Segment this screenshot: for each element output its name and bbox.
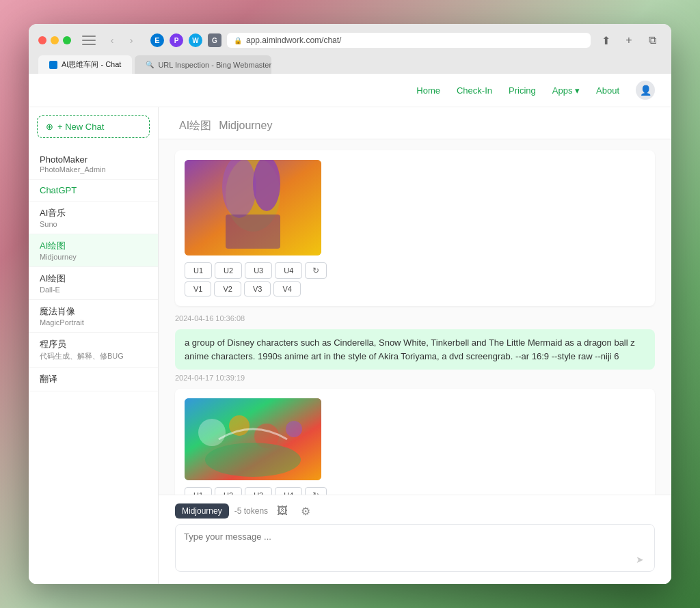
sidebar-item-title: AI绘图 bbox=[40, 240, 147, 252]
search-icon: 🔍 bbox=[146, 61, 154, 68]
u1-button[interactable]: U1 bbox=[185, 262, 212, 279]
sidebar-item-title: 翻译 bbox=[40, 373, 147, 385]
u2-button-2[interactable]: U2 bbox=[215, 487, 242, 495]
content-area: ⊕ + New Chat PhotoMaker PhotoMaker_Admin… bbox=[29, 107, 671, 584]
sidebar-item-music[interactable]: AI音乐 Suno bbox=[29, 202, 158, 234]
v1-button[interactable]: V1 bbox=[185, 281, 211, 296]
u3-button[interactable]: U3 bbox=[245, 262, 272, 279]
close-button[interactable] bbox=[38, 36, 46, 44]
address-bar[interactable]: 🔒 app.aimindwork.com/chat/ bbox=[227, 33, 591, 48]
refresh-button-1[interactable]: ↻ bbox=[305, 262, 327, 279]
sidebar-toggle[interactable] bbox=[82, 36, 96, 45]
sidebar-item-subtitle: PhotoMaker_Admin bbox=[40, 165, 147, 174]
extension-icon-2[interactable]: W bbox=[189, 33, 202, 47]
new-chat-button[interactable]: ⊕ + New Chat bbox=[37, 115, 150, 138]
sidebar-item-translate[interactable]: 翻译 bbox=[29, 368, 158, 391]
u2-button[interactable]: U2 bbox=[215, 262, 242, 279]
timestamp-2: 2024-04-17 10:39:19 bbox=[175, 374, 655, 382]
u4-button[interactable]: U4 bbox=[275, 262, 302, 279]
tab-1[interactable]: AI思维车间 - Chat bbox=[38, 55, 132, 74]
tab-2[interactable]: 🔍 URL Inspection - Bing Webmaster Tools bbox=[135, 55, 271, 74]
minimize-button[interactable] bbox=[51, 36, 59, 44]
u1-button-2[interactable]: U1 bbox=[185, 487, 212, 495]
v4-button[interactable]: V4 bbox=[273, 281, 300, 296]
message-input[interactable] bbox=[175, 524, 655, 572]
sidebar-item-title: AI绘图 bbox=[40, 273, 147, 285]
settings-button[interactable]: ⚙ bbox=[297, 502, 314, 520]
nav-home[interactable]: Home bbox=[416, 85, 440, 96]
model-badge[interactable]: Midjourney bbox=[175, 503, 229, 519]
chat-title: AI绘图 Midjourney bbox=[175, 118, 655, 133]
btn-row-u-1: U1 U2 U3 U4 ↻ bbox=[185, 262, 645, 279]
nav-checkin[interactable]: Check-In bbox=[457, 85, 492, 96]
sidebar-item-title: PhotoMaker bbox=[40, 154, 147, 165]
tab-2-label: URL Inspection - Bing Webmaster Tools bbox=[158, 61, 271, 69]
user-avatar[interactable]: 👤 bbox=[636, 81, 655, 100]
share-button[interactable]: ⬆ bbox=[596, 31, 615, 50]
tab-1-favicon bbox=[49, 61, 57, 69]
browser-window: ‹ › E P W G 🔒 app.aimindwork.com/chat/ ⬆… bbox=[29, 24, 671, 584]
edge-icon: E bbox=[150, 33, 164, 47]
tabs-row: AI思维车间 - Chat 🔍 URL Inspection - Bing We… bbox=[38, 55, 662, 74]
svg-rect-4 bbox=[226, 215, 280, 249]
url-text: app.aimindwork.com/chat/ bbox=[246, 36, 341, 45]
sidebar-item-dalle[interactable]: AI绘图 Dall-E bbox=[29, 267, 158, 300]
message-block-2: U1 U2 U3 U4 ↻ V1 V2 V3 V4 bbox=[175, 389, 655, 495]
v3-button[interactable]: V3 bbox=[244, 281, 271, 296]
top-nav: Home Check-In Pricing Apps ▾ About 👤 bbox=[29, 74, 671, 107]
sidebar-item-subtitle: Midjourney bbox=[40, 253, 147, 261]
btn-row-u-2: U1 U2 U3 U4 ↻ bbox=[185, 487, 645, 495]
refresh-button-2[interactable]: ↻ bbox=[305, 487, 327, 495]
maximize-button[interactable] bbox=[63, 36, 71, 44]
nav-apps[interactable]: Apps ▾ bbox=[552, 85, 580, 96]
app-area: Home Check-In Pricing Apps ▾ About 👤 ⊕ +… bbox=[29, 74, 671, 584]
sidebar-item-chatgpt[interactable]: ChatGPT bbox=[29, 180, 158, 202]
sidebar: ⊕ + New Chat PhotoMaker PhotoMaker_Admin… bbox=[29, 107, 159, 584]
chat-messages: U1 U2 U3 U4 ↻ V1 V2 V3 V4 bbox=[159, 139, 671, 495]
sidebar-item-title: ChatGPT bbox=[40, 185, 147, 195]
traffic-lights bbox=[38, 36, 71, 44]
u4-button-2[interactable]: U4 bbox=[275, 487, 302, 495]
input-toolbar: Midjourney -5 tokens 🖼 ⚙ bbox=[175, 502, 655, 520]
sidebar-item-magicportrait[interactable]: 魔法肖像 MagicPortrait bbox=[29, 300, 158, 333]
sidebar-item-subtitle: Dall-E bbox=[40, 286, 147, 294]
sidebar-item-subtitle: Suno bbox=[40, 220, 147, 228]
title-bar: ‹ › E P W G 🔒 app.aimindwork.com/chat/ ⬆… bbox=[38, 31, 662, 50]
sidebar-item-midjourney[interactable]: AI绘图 Midjourney bbox=[29, 234, 158, 267]
nav-about[interactable]: About bbox=[596, 85, 619, 96]
new-chat-label: + New Chat bbox=[57, 122, 104, 132]
new-tab-button[interactable]: + bbox=[619, 31, 638, 50]
lock-icon: 🔒 bbox=[234, 37, 242, 44]
timestamp-1: 2024-04-16 10:36:08 bbox=[175, 314, 655, 322]
token-info: -5 tokens bbox=[234, 506, 268, 516]
back-button[interactable]: ‹ bbox=[104, 32, 120, 49]
browser-chrome: ‹ › E P W G 🔒 app.aimindwork.com/chat/ ⬆… bbox=[29, 24, 671, 74]
sidebar-item-photomaker[interactable]: PhotoMaker PhotoMaker_Admin bbox=[29, 149, 158, 180]
image-attach-button[interactable]: 🖼 bbox=[273, 502, 291, 520]
sidebar-item-subtitle: MagicPortrait bbox=[40, 318, 147, 327]
chat-subtitle: Midjourney bbox=[219, 120, 272, 131]
nav-pricing[interactable]: Pricing bbox=[509, 85, 536, 96]
browser-actions: ⬆ + ⧉ bbox=[596, 31, 662, 50]
tabs-button[interactable]: ⧉ bbox=[643, 31, 662, 50]
tab-1-label: AI思维车间 - Chat bbox=[62, 59, 121, 70]
sidebar-item-programmer[interactable]: 程序员 代码生成、解释、修BUG bbox=[29, 333, 158, 368]
address-bar-area: 🔒 app.aimindwork.com/chat/ ⬆ + ⧉ bbox=[227, 31, 662, 50]
svg-point-10 bbox=[205, 443, 301, 477]
u3-button-2[interactable]: U3 bbox=[245, 487, 272, 495]
send-button[interactable]: ➤ bbox=[632, 551, 648, 568]
nav-arrows: ‹ › bbox=[104, 32, 139, 49]
btn-row-v-1: V1 V2 V3 V4 bbox=[185, 281, 645, 296]
extension-icon-3[interactable]: G bbox=[208, 33, 221, 47]
sidebar-item-title: 程序员 bbox=[40, 338, 147, 350]
user-message-1: a group of Disney characters such as Cin… bbox=[175, 329, 655, 370]
generated-image-2 bbox=[185, 398, 321, 480]
sidebar-item-title: AI音乐 bbox=[40, 207, 147, 219]
input-area: Midjourney -5 tokens 🖼 ⚙ ➤ bbox=[159, 495, 671, 584]
plus-icon: ⊕ bbox=[46, 122, 53, 132]
v2-button[interactable]: V2 bbox=[214, 281, 241, 296]
forward-button[interactable]: › bbox=[123, 32, 139, 49]
chat-area: AI绘图 Midjourney bbox=[159, 107, 671, 584]
extension-icon-1[interactable]: P bbox=[170, 33, 183, 47]
button-grid-1: U1 U2 U3 U4 ↻ V1 V2 V3 V4 bbox=[185, 262, 645, 296]
